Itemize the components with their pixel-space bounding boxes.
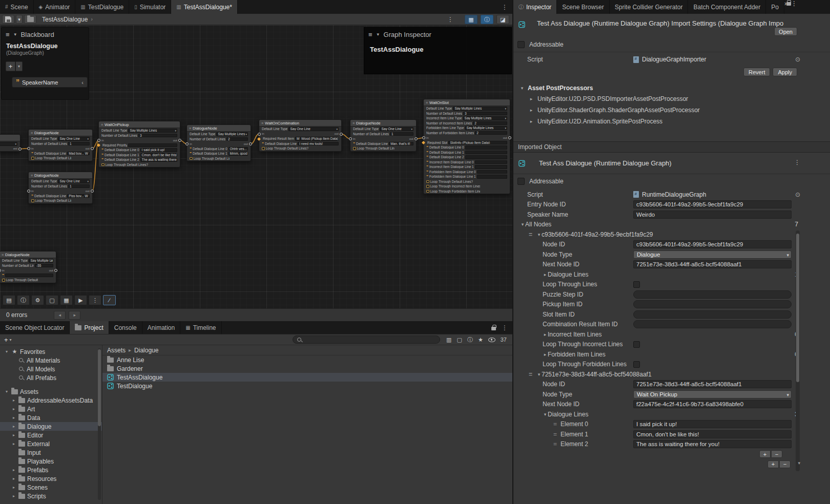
hidden-packages-icon[interactable]: ⓘ bbox=[467, 336, 473, 344]
checkbox[interactable] bbox=[633, 361, 640, 368]
fold-arrow-icon[interactable]: ▸ bbox=[11, 407, 16, 411]
text-field[interactable]: The ass is waiting there for you! bbox=[633, 440, 792, 448]
search-by-type-icon[interactable]: ▥ bbox=[446, 337, 451, 343]
text-field[interactable] bbox=[633, 300, 792, 308]
input-port[interactable] bbox=[97, 139, 100, 142]
tree-item-prefabs[interactable]: ▸Prefabs bbox=[0, 466, 102, 474]
checkbox[interactable] bbox=[353, 147, 356, 150]
text-field[interactable]: c93b5606-401f-49a2-99b5-9ecbf1fa9c29 bbox=[633, 240, 792, 248]
minimap-toggle-button[interactable]: ▦ bbox=[465, 15, 478, 24]
fold-arrow-icon[interactable]: ▸ bbox=[11, 415, 16, 420]
node-field-value[interactable]: Say One Line bbox=[58, 179, 90, 183]
dock-tab-scene-object-locator[interactable]: Scene Object Locator bbox=[0, 321, 70, 334]
node-field-value[interactable] bbox=[475, 160, 507, 164]
remove-element-button[interactable]: − bbox=[771, 450, 782, 458]
node-field-value[interactable]: Man, that's it! bbox=[389, 142, 413, 146]
checkbox[interactable] bbox=[101, 163, 105, 166]
inspector-tab-scene-browser[interactable]: Scene Browser bbox=[557, 0, 609, 14]
node-field-value[interactable]: ut bbox=[0, 142, 17, 146]
next-error-button[interactable]: ▸ bbox=[69, 311, 80, 320]
fold-arrow-icon[interactable]: ▸ bbox=[11, 494, 16, 498]
asset-gardener[interactable]: Gardener bbox=[102, 364, 512, 373]
graph-node-dialoguenode[interactable]: ≡DialogueNodeDefault Line TypeSay One Li… bbox=[28, 129, 93, 161]
fold-arrow-icon[interactable]: ▾ bbox=[536, 232, 542, 237]
node-field-value[interactable] bbox=[477, 170, 507, 174]
menu-icon[interactable]: ≡ bbox=[6, 31, 10, 38]
text-field[interactable]: c93b5606-401f-49a2-99b5-9ecbf1fa9c29 bbox=[633, 200, 792, 208]
graph-node-dialoguenode[interactable]: ≡DialogueNodeDefault Line TypeSay One Li… bbox=[28, 172, 93, 204]
menu-icon[interactable]: ≡ bbox=[368, 31, 372, 38]
save-options-button[interactable]: ▾ bbox=[16, 15, 23, 24]
lock-icon[interactable] bbox=[491, 327, 496, 330]
tree-item-assets[interactable]: ▾Assets bbox=[0, 387, 102, 396]
all-nodes-foldout[interactable]: ▾All Nodes7 bbox=[513, 220, 830, 229]
node-field-value[interactable]: Say One Line bbox=[58, 137, 90, 141]
node-field-value[interactable]: 1 bbox=[390, 132, 413, 136]
postprocessor-unityeditor-u2d-animation-spritepostprocess[interactable]: ▸UnityEditor.U2D.Animation.SpritePostPro… bbox=[513, 116, 830, 127]
tree-item-playables[interactable]: Playables bbox=[0, 457, 102, 466]
postprocessor-unityeditor-u2d-psd-psdimporterassetpostprocessor[interactable]: ▸UnityEditor.U2D.PSD.PSDImporterAssetPos… bbox=[513, 93, 830, 104]
graph-node-dialoguenode[interactable]: ≡DialogueNodeDefault Line TypeSay One Li… bbox=[350, 119, 417, 152]
more-options-icon[interactable]: ⋮ bbox=[502, 324, 508, 331]
node-field-value[interactable]: 1 bbox=[68, 142, 90, 146]
checkbox[interactable] bbox=[426, 185, 429, 188]
dock-tab-project[interactable]: Project bbox=[70, 321, 109, 334]
graph-node-dialoguenode[interactable]: ≡DialogueNodeDefault Line TypeSay Multip… bbox=[0, 251, 56, 283]
output-port[interactable] bbox=[54, 269, 57, 272]
visibility-icon[interactable] bbox=[488, 338, 495, 342]
output-port[interactable] bbox=[249, 142, 252, 145]
create-asset-button[interactable]: + ▾ bbox=[3, 336, 13, 344]
graph-node-dialoguenode[interactable]: ≡DialogueNodeDefault Line TypeSay Multip… bbox=[186, 124, 251, 161]
checkbox[interactable] bbox=[31, 157, 34, 160]
node-field-value[interactable] bbox=[465, 155, 507, 159]
output-port[interactable] bbox=[178, 139, 181, 142]
fold-arrow-icon[interactable]: ▸ bbox=[11, 442, 16, 446]
item-port[interactable] bbox=[422, 141, 425, 144]
node-field-value[interactable]: M_Wood (Pickup Item Data) bbox=[295, 137, 339, 141]
checkbox[interactable] bbox=[190, 157, 193, 160]
checkbox[interactable] bbox=[633, 281, 640, 288]
node-field-value[interactable]: SlotInfo (Pickup Item Data) bbox=[448, 141, 507, 145]
graph-settings-button[interactable]: ⚙ bbox=[31, 295, 44, 305]
graph-inspector-toggle-button[interactable]: ⓘ bbox=[481, 15, 493, 24]
tree-item-favorites[interactable]: ▾★Favorites bbox=[0, 347, 102, 356]
search-by-label-icon[interactable]: ▢ bbox=[457, 337, 462, 343]
tree-item-addressableassetsdata[interactable]: ▸AddressableAssetsData bbox=[0, 396, 102, 405]
remove-element-button[interactable]: − bbox=[779, 460, 791, 468]
tree-item-all-materials[interactable]: All Materials bbox=[0, 356, 102, 365]
add-property-button[interactable]: + bbox=[6, 61, 15, 71]
blackboard-header[interactable]: ≡ ▼ Blackboard bbox=[2, 28, 89, 41]
node-field-value[interactable]: Mmm, good... bbox=[229, 152, 248, 156]
favorites-star-icon[interactable]: ★ bbox=[478, 337, 483, 343]
node-field-value[interactable]: Say Multiple Lines bbox=[463, 116, 507, 120]
breadcrumb-item[interactable]: TestAssDialogue bbox=[42, 16, 88, 23]
fold-arrow-icon[interactable]: ▾ bbox=[4, 389, 9, 394]
node-field-value[interactable] bbox=[465, 145, 507, 150]
fold-arrow-icon[interactable]: ▾ bbox=[4, 349, 9, 354]
script-reference[interactable]: RuntimeDialogueGraph bbox=[633, 191, 792, 198]
tree-item-external[interactable]: ▸External bbox=[0, 439, 102, 448]
fold-arrow-icon[interactable]: ▸ bbox=[11, 485, 16, 490]
input-port[interactable] bbox=[258, 133, 261, 136]
more-options-icon[interactable]: ⋮ bbox=[791, 0, 797, 7]
play-graph-button[interactable]: ▶ bbox=[74, 295, 87, 305]
output-port[interactable] bbox=[91, 147, 94, 150]
node-field-value[interactable]: Say Multiple Lines bbox=[453, 107, 507, 111]
collapse-icon[interactable]: ▼ bbox=[376, 32, 381, 37]
inspector-tab-batch-component-adder[interactable]: Batch Component Adder bbox=[688, 0, 766, 14]
tree-item-data[interactable]: ▸Data bbox=[0, 413, 102, 422]
inspector-scrollbar[interactable] bbox=[796, 230, 800, 471]
blackboard-toggle-button[interactable]: ◪ bbox=[496, 15, 509, 24]
checkbox[interactable] bbox=[31, 199, 34, 202]
graph-inspector-panel[interactable]: ≡ ▼ Graph Inspector TestAssDialogue bbox=[364, 27, 512, 74]
fold-arrow-icon[interactable]: ▸ bbox=[11, 398, 16, 403]
node-field-value[interactable]: Say Multiple Lines bbox=[29, 259, 53, 263]
tree-item-all-models[interactable]: All Models bbox=[0, 365, 102, 373]
save-button[interactable] bbox=[2, 15, 14, 24]
checkbox[interactable] bbox=[426, 180, 429, 183]
output-port[interactable] bbox=[414, 137, 418, 140]
dock-tab-console[interactable]: Console bbox=[109, 321, 142, 334]
graph-more-button[interactable]: ⋮ bbox=[89, 295, 101, 305]
tab-simulator[interactable]: ▯Simulator bbox=[129, 0, 171, 14]
lock-icon[interactable] bbox=[786, 2, 791, 6]
